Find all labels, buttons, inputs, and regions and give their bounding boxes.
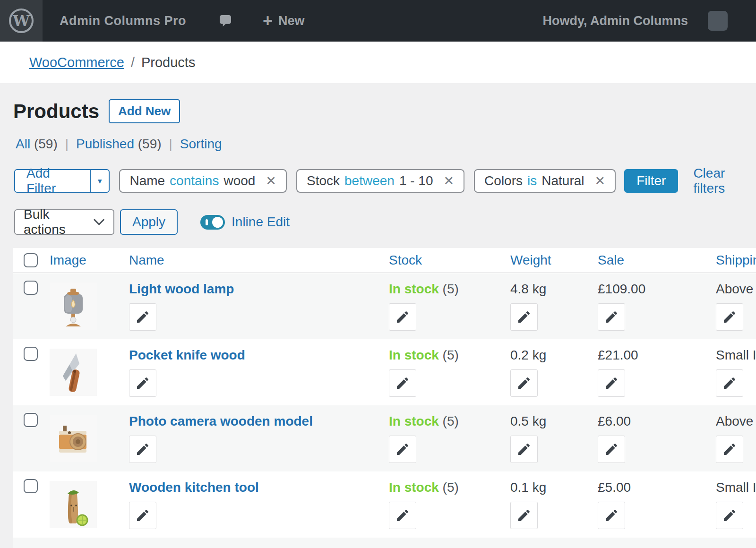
stock-count: (5) <box>443 348 459 362</box>
view-sorting-link[interactable]: Sorting <box>180 137 222 152</box>
product-name-link[interactable]: Wooden kitchen tool <box>129 479 259 496</box>
edit-name-button[interactable] <box>129 436 156 463</box>
camera-product-image[interactable] <box>50 415 97 462</box>
checkbox-cell <box>13 273 50 339</box>
edit-shipping-button[interactable] <box>716 303 743 331</box>
product-name-link[interactable]: Photo camera wooden model <box>129 413 313 430</box>
edit-weight-button[interactable] <box>510 369 538 397</box>
edit-sale-button[interactable] <box>598 502 625 529</box>
add-filter-split-button: Add Filter ▾ <box>14 169 110 193</box>
row-checkbox[interactable] <box>24 413 38 427</box>
chip-value: 1 - 10 <box>399 173 433 188</box>
kitchen-tool-product-image[interactable] <box>50 481 97 528</box>
column-header-stock[interactable]: Stock <box>389 253 510 268</box>
breadcrumb-woocommerce-link[interactable]: WooCommerce <box>29 55 124 70</box>
view-published-link[interactable]: Published <box>76 137 134 151</box>
lamp-product-image[interactable] <box>50 283 97 330</box>
shipping-value: Small Items <box>716 347 756 364</box>
bulk-actions-select[interactable]: Bulk actions <box>14 209 114 235</box>
add-filter-dropdown-button[interactable]: ▾ <box>90 170 109 192</box>
chip-value: Natural <box>541 173 584 188</box>
edit-sale-button[interactable] <box>598 436 625 463</box>
select-all-checkbox[interactable] <box>24 253 38 267</box>
weight-value: 4.8 kg <box>510 281 598 298</box>
pencil-icon <box>604 508 619 523</box>
weight-cell: 0.1 kg <box>510 471 598 538</box>
edit-stock-button[interactable] <box>389 369 416 397</box>
remove-filter-icon[interactable]: ✕ <box>443 173 454 188</box>
chip-field: Name <box>129 173 165 188</box>
edit-name-button[interactable] <box>129 303 156 331</box>
edit-sale-button[interactable] <box>598 369 625 397</box>
stock-status: In stock <box>389 480 439 495</box>
inline-edit-label: Inline Edit <box>232 214 290 230</box>
column-header-name[interactable]: Name <box>129 253 389 268</box>
edit-name-button[interactable] <box>129 369 156 397</box>
edit-stock-button[interactable] <box>389 436 416 463</box>
page-title-row: Products Add New <box>13 99 756 123</box>
edit-weight-button[interactable] <box>510 303 538 331</box>
avatar[interactable] <box>708 11 728 31</box>
edit-stock-button[interactable] <box>389 502 416 529</box>
column-header-sale[interactable]: Sale <box>598 253 716 268</box>
inline-edit-toggle[interactable] <box>200 215 225 230</box>
chevron-down-icon <box>93 218 105 226</box>
column-header-weight[interactable]: Weight <box>510 253 598 268</box>
admin-bar-site-name[interactable]: Admin Columns Pro <box>60 14 186 28</box>
edit-shipping-button[interactable] <box>716 502 743 529</box>
clear-filters-link[interactable]: Clear filters <box>693 166 756 196</box>
edit-sale-button[interactable] <box>598 303 625 331</box>
bulk-actions-selected-value: Bulk actions <box>24 207 93 237</box>
filter-submit-button[interactable]: Filter <box>624 169 678 193</box>
remove-filter-icon[interactable]: ✕ <box>595 173 606 188</box>
plus-icon: + <box>263 12 273 29</box>
row-checkbox[interactable] <box>24 347 38 361</box>
sale-value: £5.00 <box>598 479 716 496</box>
view-all-link[interactable]: All <box>16 137 30 151</box>
column-header-image[interactable]: Image <box>50 253 129 268</box>
column-header-shipping[interactable]: Shipping <box>716 253 756 268</box>
product-name-link[interactable]: Pocket knife wood <box>129 347 245 364</box>
filter-bar: Add Filter ▾ Name contains wood ✕ Stock … <box>13 166 756 196</box>
add-filter-button[interactable]: Add Filter <box>15 170 90 192</box>
add-new-button[interactable]: Add New <box>109 99 180 123</box>
filter-chip-stock[interactable]: Stock between 1 - 10 ✕ <box>296 169 464 193</box>
row-checkbox[interactable] <box>24 479 38 493</box>
remove-filter-icon[interactable]: ✕ <box>266 173 276 188</box>
pencil-icon <box>722 309 737 325</box>
edit-shipping-button[interactable] <box>716 436 743 463</box>
admin-bar-new-button[interactable]: + New <box>263 12 305 29</box>
knife-product-image[interactable] <box>50 349 97 396</box>
filter-chip-colors[interactable]: Colors is Natural ✕ <box>474 169 616 193</box>
edit-name-button[interactable] <box>129 502 156 529</box>
howdy-text[interactable]: Howdy, Admin Columns <box>543 14 688 28</box>
product-name-link[interactable]: Light wood lamp <box>129 281 234 298</box>
row-checkbox[interactable] <box>24 281 38 295</box>
pencil-icon <box>135 508 150 523</box>
edit-shipping-button[interactable] <box>716 369 743 397</box>
edit-stock-button[interactable] <box>389 303 416 331</box>
edit-weight-button[interactable] <box>510 502 538 529</box>
wordpress-menu-button[interactable]: W <box>0 0 43 42</box>
stock-count: (5) <box>443 414 459 428</box>
pencil-icon <box>604 376 619 391</box>
wordpress-admin-page: W Admin Columns Pro + New Howdy, Admin C… <box>0 0 756 548</box>
pencil-icon <box>395 309 410 325</box>
stock-cell: In stock (5) <box>389 405 510 471</box>
comments-icon[interactable] <box>217 13 233 28</box>
edit-weight-button[interactable] <box>510 436 538 463</box>
weight-cell: 0.5 kg <box>510 405 598 471</box>
shipping-value: Small Items <box>716 479 756 496</box>
stock-count: (5) <box>443 282 459 296</box>
wordpress-logo-icon: W <box>9 9 34 33</box>
filter-chip-name[interactable]: Name contains wood ✕ <box>119 169 287 193</box>
stock-cell: In stock (5) <box>389 339 510 405</box>
page-title: Products <box>13 100 99 123</box>
weight-value: 0.1 kg <box>510 479 598 496</box>
name-cell: Light wood lamp <box>129 273 389 339</box>
pencil-icon <box>722 442 737 457</box>
sale-cell: £6.00 <box>598 405 716 471</box>
pencil-icon <box>135 376 150 391</box>
shipping-cell: Above 2kg <box>716 405 756 471</box>
apply-button[interactable]: Apply <box>120 209 178 235</box>
